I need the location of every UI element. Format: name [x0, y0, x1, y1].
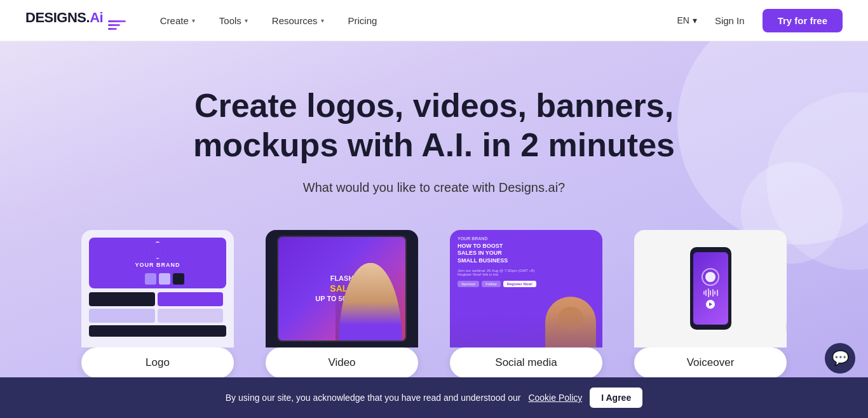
earbud-right [785, 317, 787, 335]
logo-mockup: YOUR BRAND [81, 230, 234, 347]
logo-card[interactable]: YOUR BRAND [75, 230, 240, 378]
cookie-message: By using our site, you acknowledge that … [226, 393, 521, 403]
logo-card-image: YOUR BRAND [81, 230, 234, 347]
nav-create[interactable]: Create ▾ [151, 10, 204, 31]
nav-links: Create ▾ Tools ▾ Resources ▾ Pricing [151, 10, 386, 31]
chat-icon: 💬 [832, 350, 849, 367]
navbar-left: DESIGNS.Ai Create ▾ Tools ▾ Resources ▾ … [25, 10, 386, 32]
video-frame: FLASHSALEUP TO 50% OFF [277, 236, 407, 342]
play-button-icon [706, 300, 715, 309]
voice-circle [702, 268, 719, 286]
phone-shape [690, 247, 731, 330]
tools-chevron-icon: ▾ [245, 17, 248, 24]
nav-pricing[interactable]: Pricing [339, 10, 386, 31]
create-chevron-icon: ▾ [192, 17, 195, 24]
nav-tools[interactable]: Tools ▾ [210, 10, 257, 31]
phone-screen [693, 252, 728, 325]
nav-resources[interactable]: Resources ▾ [263, 10, 333, 31]
social-mockup: YOUR BRAND HOW TO BOOST SALES IN YOUR SM… [450, 230, 602, 347]
waveform [703, 288, 718, 297]
voiceover-card-image [634, 230, 787, 347]
logo-text: DESIGNS.Ai [25, 10, 126, 32]
hex-icon [149, 241, 166, 259]
sign-in-button[interactable]: Sign In [707, 10, 752, 31]
navbar-right: EN ▾ Sign In Try for free [677, 9, 843, 32]
cards-row: YOUR BRAND [53, 230, 815, 378]
video-card-image: FLASHSALEUP TO 50% OFF [266, 230, 418, 347]
chat-bubble-button[interactable]: 💬 [825, 343, 855, 374]
video-card[interactable]: FLASHSALEUP TO 50% OFF Video [259, 230, 424, 378]
logo-ai-icon [108, 20, 126, 32]
hero-subtitle: What would you like to create with Desig… [303, 180, 565, 195]
language-selector[interactable]: EN ▾ [677, 15, 696, 25]
social-label-button[interactable]: Social media [450, 347, 602, 378]
voiceover-label-button[interactable]: Voiceover [634, 347, 787, 378]
video-person [336, 263, 405, 340]
logo[interactable]: DESIGNS.Ai [25, 10, 126, 32]
video-mockup: FLASHSALEUP TO 50% OFF [266, 230, 418, 347]
voice-mockup [634, 230, 787, 347]
resources-chevron-icon: ▾ [321, 17, 324, 24]
logo-mockup-header: YOUR BRAND [89, 238, 226, 288]
try-free-button[interactable]: Try for free [763, 9, 843, 32]
cookie-policy-link[interactable]: Cookie Policy [528, 393, 582, 403]
navbar: DESIGNS.Ai Create ▾ Tools ▾ Resources ▾ … [0, 0, 868, 41]
cookie-agree-button[interactable]: I Agree [590, 388, 642, 408]
hero-title: Create logos, videos, banners, mockups w… [173, 86, 695, 165]
cookie-banner: By using our site, you acknowledge that … [0, 377, 868, 418]
social-card-image: YOUR BRAND HOW TO BOOST SALES IN YOUR SM… [450, 230, 602, 347]
social-card[interactable]: YOUR BRAND HOW TO BOOST SALES IN YOUR SM… [444, 230, 609, 378]
lang-chevron-icon: ▾ [693, 15, 697, 25]
video-label-button[interactable]: Video [266, 347, 418, 378]
voiceover-card[interactable]: Voiceover [628, 230, 793, 378]
hero-section: Create logos, videos, banners, mockups w… [0, 41, 868, 418]
logo-label-button[interactable]: Logo [81, 347, 234, 378]
